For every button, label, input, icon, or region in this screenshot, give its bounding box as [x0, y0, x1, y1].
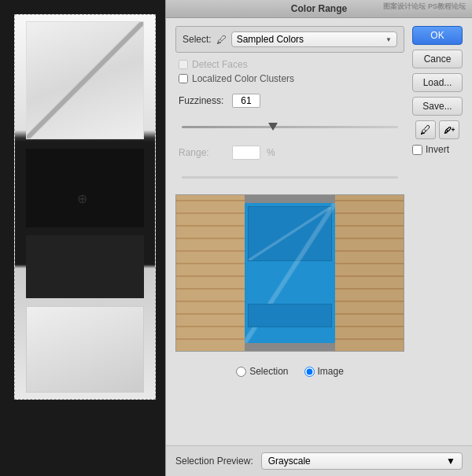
image-radio-text: Image: [318, 366, 344, 377]
localized-checkbox[interactable]: [179, 74, 188, 83]
left-panel: Select: 🖊 Sampled Colors ▼ Detect Faces …: [175, 26, 404, 437]
load-button[interactable]: Load...: [412, 73, 463, 92]
shutter-bottom-panel: [248, 304, 333, 327]
dialog-title: Color Range: [291, 3, 347, 14]
range-slider-track: [182, 176, 398, 179]
cancel-button[interactable]: Cance: [412, 50, 463, 68]
stone-wall-left: [176, 195, 245, 351]
eyedropper-button[interactable]: 🖊: [415, 120, 436, 139]
fuzziness-slider-track: [182, 126, 398, 128]
save-button[interactable]: Save...: [412, 97, 463, 116]
select-dropdown[interactable]: Sampled Colors ▼: [231, 31, 397, 47]
door-preview-panel: ⊕: [14, 14, 156, 400]
dialog-content: Select: 🖊 Sampled Colors ▼ Detect Faces …: [166, 18, 472, 445]
eyedropper-select-icon: 🖊: [216, 34, 227, 46]
color-range-preview: [175, 194, 404, 352]
range-row: Range: %: [175, 142, 404, 163]
radio-row: Selection Image: [175, 361, 404, 382]
detect-faces-label: Detect Faces: [192, 59, 248, 70]
fuzziness-slider-container: [175, 117, 404, 136]
select-label: Select:: [183, 34, 212, 45]
fuzziness-row: Fuzziness:: [175, 90, 404, 111]
eyedropper-add-button[interactable]: 🖊+: [439, 120, 459, 139]
fuzziness-input[interactable]: [232, 94, 260, 108]
range-label: Range:: [179, 147, 226, 158]
selection-preview-label: Selection Preview:: [175, 456, 253, 467]
select-dropdown-value: Sampled Colors: [237, 34, 385, 45]
chevron-down-bottom-icon: ▼: [446, 456, 455, 467]
title-bar: Color Range 图案设计论坛 PS教程论坛: [166, 0, 472, 18]
invert-checkbox[interactable]: [412, 145, 422, 155]
localized-label: Localized Color Clusters: [192, 73, 294, 84]
ok-button[interactable]: OK: [412, 26, 463, 45]
selection-preview-dropdown[interactable]: Grayscale ▼: [261, 452, 463, 470]
blue-shutter: [245, 203, 336, 343]
detect-faces-row: Detect Faces: [179, 59, 401, 70]
stone-wall-right: [335, 195, 404, 351]
watermark: 图案设计论坛 PS教程论坛: [383, 2, 466, 12]
select-row: Select: 🖊 Sampled Colors ▼: [175, 26, 404, 53]
selection-radio-text: Selection: [249, 366, 288, 377]
fuzziness-slider-thumb[interactable]: [268, 123, 278, 131]
color-range-dialog: Color Range 图案设计论坛 PS教程论坛 Select: 🖊 Samp…: [165, 0, 472, 476]
localized-row: Localized Color Clusters: [179, 73, 401, 84]
selection-preview-value: Grayscale: [268, 456, 311, 467]
selection-radio-label[interactable]: Selection: [236, 366, 288, 377]
image-radio[interactable]: [304, 367, 315, 377]
selection-radio[interactable]: [236, 367, 246, 377]
crosshair-icon: ⊕: [74, 191, 90, 207]
fuzziness-label: Fuzziness:: [179, 95, 226, 106]
range-input[interactable]: [232, 146, 260, 160]
options-row: Detect Faces Localized Color Clusters: [175, 59, 404, 84]
range-pct: %: [267, 147, 275, 158]
range-slider-container: [175, 169, 404, 185]
bottom-bar: Selection Preview: Grayscale ▼: [166, 445, 472, 476]
invert-label: Invert: [426, 144, 449, 155]
detect-faces-checkbox[interactable]: [179, 60, 188, 69]
eyedropper-tools-row: 🖊 🖊+: [412, 120, 463, 139]
right-buttons-panel: OK Cance Load... Save... 🖊 🖊+ Invert: [412, 26, 463, 437]
background-canvas: ⊕: [0, 0, 173, 476]
image-radio-label[interactable]: Image: [304, 366, 344, 377]
invert-row: Invert: [412, 144, 463, 155]
chevron-down-icon: ▼: [385, 36, 392, 43]
